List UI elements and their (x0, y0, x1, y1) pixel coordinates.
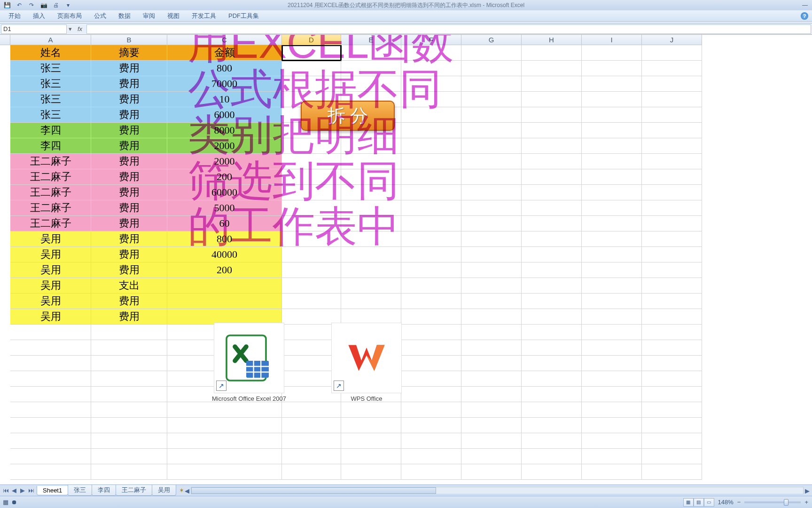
col-header-G[interactable]: G (461, 35, 522, 45)
cell[interactable]: 李四 (10, 138, 91, 154)
cell[interactable]: 李四 (10, 123, 91, 138)
cell[interactable] (582, 418, 642, 433)
cell[interactable] (461, 464, 522, 480)
cell[interactable] (282, 449, 341, 464)
cell[interactable]: 张三 (10, 61, 91, 76)
cell[interactable] (461, 123, 522, 138)
cell[interactable] (461, 107, 522, 123)
cell[interactable] (522, 340, 582, 356)
cell[interactable] (582, 138, 642, 154)
cell[interactable] (341, 433, 401, 449)
cell[interactable] (401, 278, 461, 294)
cell[interactable]: 费用 (91, 154, 167, 169)
cell[interactable]: 费用 (91, 138, 167, 154)
cell[interactable] (642, 231, 702, 247)
cell[interactable]: 费用 (91, 309, 167, 325)
cell[interactable] (642, 76, 702, 92)
cell[interactable] (282, 200, 341, 216)
cell[interactable] (91, 418, 167, 433)
cell[interactable] (401, 464, 461, 480)
cell[interactable] (461, 76, 522, 92)
cell[interactable] (282, 169, 341, 185)
cell[interactable]: 摘要 (91, 45, 167, 61)
cell[interactable]: 吴用 (10, 309, 91, 325)
cell[interactable] (522, 138, 582, 154)
cell[interactable] (522, 418, 582, 433)
cell[interactable] (401, 154, 461, 169)
select-all-corner[interactable] (0, 35, 10, 45)
cell[interactable] (642, 92, 702, 107)
name-box-dropdown-icon[interactable]: ▾ (67, 25, 73, 32)
tab-prev-icon[interactable]: ◀ (10, 487, 18, 494)
cell[interactable] (522, 325, 582, 340)
cell[interactable] (341, 154, 401, 169)
cell[interactable] (642, 402, 702, 418)
cell[interactable] (461, 154, 522, 169)
cell[interactable] (461, 371, 522, 387)
cell[interactable] (461, 325, 522, 340)
cell[interactable] (461, 231, 522, 247)
sheet-tab-sheet1[interactable]: Sheet1 (37, 486, 68, 495)
cell[interactable]: 费用 (91, 247, 167, 262)
cell[interactable] (642, 387, 702, 402)
cell[interactable]: 支出 (91, 278, 167, 294)
wps-shortcut[interactable]: ↗ WPS Office (320, 323, 414, 402)
col-header-I[interactable]: I (582, 35, 642, 45)
cell[interactable] (10, 356, 91, 371)
cell[interactable]: 200 (167, 262, 282, 278)
cell[interactable] (282, 247, 341, 262)
cell[interactable] (642, 433, 702, 449)
cell[interactable] (341, 294, 401, 309)
cell[interactable] (282, 418, 341, 433)
cell[interactable] (522, 45, 582, 61)
cell[interactable] (461, 294, 522, 309)
cell[interactable]: 王二麻子 (10, 185, 91, 200)
cell[interactable] (582, 278, 642, 294)
cell[interactable] (522, 278, 582, 294)
cell[interactable] (642, 294, 702, 309)
cell[interactable] (642, 138, 702, 154)
tab-last-icon[interactable]: ⏭ (27, 487, 35, 494)
cell[interactable] (582, 387, 642, 402)
cell[interactable] (642, 309, 702, 325)
cell[interactable] (401, 402, 461, 418)
horizontal-scrollbar[interactable]: ◀ ▶ (191, 487, 804, 494)
cell[interactable]: 姓名 (10, 45, 91, 61)
cell[interactable] (10, 371, 91, 387)
cell[interactable] (582, 262, 642, 278)
cell[interactable] (401, 138, 461, 154)
cell[interactable]: 费用 (91, 231, 167, 247)
cell[interactable] (282, 45, 341, 61)
print-icon[interactable]: 🖨 (51, 1, 61, 9)
cell[interactable] (461, 418, 522, 433)
cell[interactable] (522, 247, 582, 262)
cell[interactable] (582, 107, 642, 123)
cell[interactable] (10, 387, 91, 402)
cell[interactable]: 费用 (91, 169, 167, 185)
cell[interactable]: 费用 (91, 123, 167, 138)
cell[interactable] (401, 45, 461, 61)
ribbon-tab-pdf[interactable]: PDF工具集 (223, 10, 265, 22)
cell[interactable] (522, 387, 582, 402)
cell[interactable] (401, 92, 461, 107)
cell[interactable] (461, 169, 522, 185)
cell[interactable] (167, 433, 282, 449)
cell[interactable]: 40000 (167, 247, 282, 262)
camera-icon[interactable]: 📷 (39, 1, 49, 9)
cell[interactable] (461, 61, 522, 76)
cell[interactable]: 费用 (91, 200, 167, 216)
cell[interactable] (341, 138, 401, 154)
cell[interactable] (167, 418, 282, 433)
cell[interactable] (401, 449, 461, 464)
macro-record-icon[interactable]: ⏺ (11, 499, 17, 506)
cell[interactable] (401, 262, 461, 278)
cell[interactable] (461, 278, 522, 294)
cell[interactable] (167, 464, 282, 480)
cell[interactable] (341, 449, 401, 464)
cell[interactable] (522, 216, 582, 231)
cell[interactable] (401, 294, 461, 309)
cell[interactable] (461, 356, 522, 371)
cell[interactable] (642, 325, 702, 340)
cell[interactable] (341, 200, 401, 216)
cell[interactable] (582, 216, 642, 231)
